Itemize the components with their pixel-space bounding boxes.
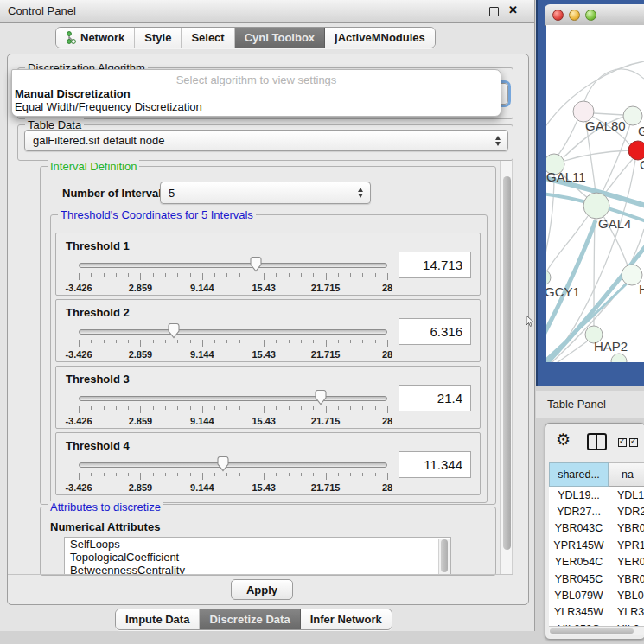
- slider-thumb[interactable]: [314, 390, 328, 405]
- tab-jactivemnodules[interactable]: jActiveMNodules: [325, 28, 435, 48]
- network-node[interactable]: [546, 270, 551, 285]
- slider-thumb[interactable]: [167, 323, 181, 339]
- network-edge[interactable]: [584, 69, 644, 101]
- network-edge[interactable]: [594, 113, 624, 115]
- popup-option-equal-width[interactable]: Equal Width/Frequency Discretization: [12, 100, 501, 113]
- slider-track[interactable]: [79, 329, 387, 335]
- network-node[interactable]: [583, 193, 609, 219]
- network-icon: [66, 31, 76, 44]
- close-traffic-light-icon[interactable]: [552, 10, 564, 21]
- cell-shared-name[interactable]: YLR345W: [549, 606, 609, 618]
- network-edge[interactable]: [558, 120, 577, 156]
- table-row[interactable]: YER054CYER0: [549, 554, 644, 571]
- threshold-label: Threshold 2: [66, 306, 130, 319]
- slider-tick: [338, 340, 339, 343]
- cell-shared-name[interactable]: YBR045C: [549, 573, 609, 585]
- slider-tick: [276, 340, 277, 343]
- slider-track[interactable]: [79, 462, 387, 468]
- network-edge[interactable]: [546, 175, 554, 271]
- table-rows[interactable]: YDL19...YDL1YDR27...YDR2YBR043CYBR0YPR14…: [549, 487, 644, 626]
- cell-name[interactable]: YBL0: [609, 590, 644, 602]
- column-header-shared-name[interactable]: shared...: [549, 462, 609, 487]
- tab-impute-data[interactable]: Impute Data: [116, 609, 200, 629]
- network-edge[interactable]: [602, 124, 630, 194]
- checkbox-icon[interactable]: [629, 438, 638, 447]
- gear-icon[interactable]: ⚙: [556, 430, 571, 449]
- network-node-label: HAP2: [594, 339, 628, 354]
- table-panel-title: Table Panel: [547, 398, 606, 411]
- checkbox-icon[interactable]: [618, 438, 627, 447]
- cell-shared-name[interactable]: YDR27...: [549, 506, 609, 518]
- table-row[interactable]: YBR043CYBR0: [549, 520, 644, 537]
- table-row[interactable]: YDL19...YDL1: [549, 487, 644, 503]
- threshold-panel: Threshold 1 -3.4262.8599.14415.4321.7152…: [55, 233, 481, 296]
- minimize-traffic-light-icon[interactable]: [569, 10, 580, 21]
- numerical-attributes-label: Numerical Attributes: [50, 520, 160, 533]
- tab-cyni-toolbox[interactable]: Cyni Toolbox: [235, 28, 325, 48]
- network-window-titlebar[interactable]: [545, 4, 644, 26]
- slider-thumb[interactable]: [249, 257, 263, 272]
- apply-button[interactable]: Apply: [231, 579, 293, 600]
- slider-tick: [79, 340, 80, 347]
- network-edge[interactable]: [547, 216, 588, 271]
- tab-select[interactable]: Select: [182, 28, 234, 48]
- tab-style[interactable]: Style: [135, 28, 182, 48]
- slider-tick: [350, 406, 351, 410]
- float-panel-icon[interactable]: [489, 7, 499, 16]
- cell-shared-name[interactable]: YDL19...: [549, 489, 609, 501]
- slider-tick: [153, 340, 154, 343]
- network-node[interactable]: [611, 354, 627, 362]
- network-canvas[interactable]: GAL80GACGAL11GAL4GCY1HHAP2: [546, 25, 644, 362]
- table-row[interactable]: YBL079WYBL0: [549, 587, 644, 603]
- cell-name[interactable]: YLR3: [609, 606, 644, 618]
- split-columns-icon[interactable]: [587, 433, 607, 450]
- popup-prompt: Select algorithm to view settings: [12, 70, 501, 87]
- numerical-attributes-list[interactable]: SelfLoopsTopologicalCoefficientBetweenne…: [64, 537, 451, 576]
- threshold-value-field[interactable]: 14.713: [399, 252, 471, 278]
- attributes-scrollbar[interactable]: [438, 539, 450, 574]
- tab-network[interactable]: Network: [56, 28, 135, 48]
- table-row[interactable]: YBR045CYBR0: [549, 571, 644, 587]
- popup-option-manual[interactable]: Manual Discretization: [12, 87, 501, 100]
- table-hscrollbar-thumb[interactable]: [550, 628, 634, 634]
- cell-shared-name[interactable]: YER054C: [549, 556, 609, 568]
- cell-name[interactable]: YBR0: [609, 573, 644, 585]
- tab-infer-network[interactable]: Infer Network: [301, 609, 392, 629]
- slider-tick: [153, 473, 154, 476]
- cell-shared-name[interactable]: YBR043C: [549, 522, 609, 534]
- table-horizontal-scrollbar[interactable]: [549, 626, 644, 635]
- number-of-intervals-combobox[interactable]: 5: [160, 182, 371, 204]
- panel-scrollbar[interactable]: [500, 161, 513, 574]
- slider-track[interactable]: [79, 263, 387, 268]
- cell-name[interactable]: YBR0: [609, 522, 644, 534]
- slider-tick: [313, 340, 314, 343]
- cell-name[interactable]: YDL1: [609, 489, 644, 501]
- slider-track[interactable]: [79, 396, 387, 401]
- table-row[interactable]: YLR345WYLR3: [549, 604, 644, 621]
- thresholds-group-title: Threshold's Coordinates for 5 Intervals: [58, 208, 256, 221]
- cell-name[interactable]: YER0: [609, 556, 644, 568]
- attribute-item[interactable]: SelfLoops: [65, 538, 450, 551]
- threshold-value-field[interactable]: 21.4: [399, 385, 471, 411]
- zoom-traffic-light-icon[interactable]: [585, 10, 596, 21]
- slider-tick: [140, 473, 141, 480]
- panel-scrollbar-thumb[interactable]: [503, 176, 511, 550]
- table-row[interactable]: YDR27...YDR2: [549, 503, 644, 520]
- slider-tick: [165, 273, 166, 277]
- tab-discretize-data[interactable]: Discretize Data: [200, 609, 300, 629]
- slider-tick: [104, 473, 105, 476]
- network-edge[interactable]: [603, 159, 633, 195]
- cell-shared-name[interactable]: YPR145W: [549, 539, 609, 552]
- column-header-name[interactable]: na: [609, 462, 644, 487]
- cell-name[interactable]: YPR1: [609, 539, 644, 552]
- network-node[interactable]: [623, 106, 642, 125]
- threshold-value-field[interactable]: 6.316: [399, 318, 471, 345]
- slider-thumb[interactable]: [216, 456, 230, 472]
- attribute-item[interactable]: TopologicalCoefficient: [65, 551, 450, 564]
- cell-name[interactable]: YDR2: [609, 506, 644, 518]
- table-data-combobox[interactable]: galFiltered.sif default node: [24, 130, 508, 151]
- cell-shared-name[interactable]: YBL079W: [549, 590, 609, 602]
- table-row[interactable]: YPR145WYPR1: [549, 537, 644, 553]
- close-icon[interactable]: ✕: [508, 3, 518, 16]
- threshold-value-field[interactable]: 11.344: [399, 451, 471, 478]
